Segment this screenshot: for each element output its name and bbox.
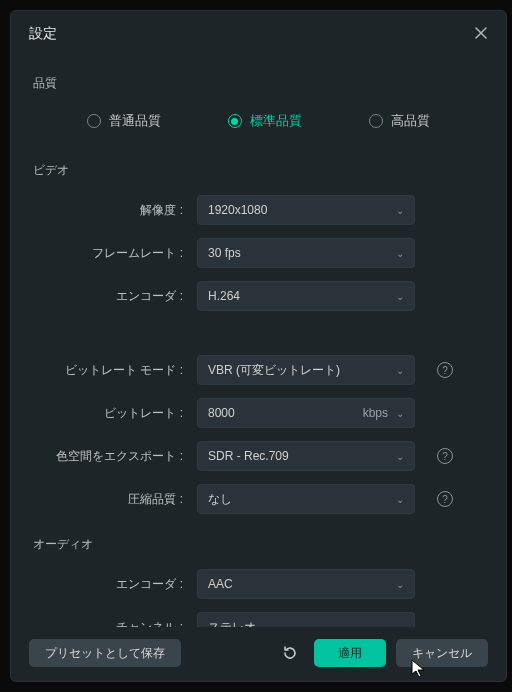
label-audio-encoder: エンコーダ	[33, 576, 183, 593]
chevron-down-icon: ⌄	[396, 205, 404, 216]
radio-label: 標準品質	[250, 112, 302, 130]
select-value: SDR - Rec.709	[208, 449, 289, 463]
cancel-button[interactable]: キャンセル	[396, 639, 488, 667]
bitrate-unit: kbps	[363, 406, 388, 420]
dialog-footer: プリセットとして保存 適用 キャンセル	[11, 627, 506, 681]
help-icon[interactable]: ?	[437, 448, 453, 464]
help-icon[interactable]: ?	[437, 362, 453, 378]
radio-icon	[87, 114, 101, 128]
chevron-down-icon: ⌄	[396, 622, 404, 628]
select-bitrate[interactable]: 8000 kbps ⌄	[197, 398, 415, 428]
chevron-down-icon: ⌄	[396, 248, 404, 259]
row-audio-encoder: エンコーダ AAC ⌄	[33, 569, 484, 599]
radio-label: 高品質	[391, 112, 430, 130]
row-framerate: フレームレート 30 fps ⌄	[33, 238, 484, 268]
select-compression[interactable]: なし ⌄	[197, 484, 415, 514]
label-resolution: 解像度	[33, 202, 183, 219]
label-channel: チャンネル	[33, 619, 183, 628]
chevron-down-icon: ⌄	[396, 451, 404, 462]
select-value: 8000	[208, 406, 235, 420]
select-audio-encoder[interactable]: AAC ⌄	[197, 569, 415, 599]
chevron-down-icon: ⌄	[396, 365, 404, 376]
select-value: H.264	[208, 289, 240, 303]
row-channel: チャンネル ステレオ ⌄	[33, 612, 484, 627]
select-value: ステレオ	[208, 619, 256, 628]
select-value: AAC	[208, 577, 233, 591]
save-preset-button[interactable]: プリセットとして保存	[29, 639, 181, 667]
label-colorspace: 色空間をエクスポート	[33, 448, 183, 465]
select-value: なし	[208, 491, 232, 508]
settings-dialog: 設定 品質 普通品質 標準品質 高品質 ビデオ 解像度 1920x108	[10, 10, 507, 682]
select-framerate[interactable]: 30 fps ⌄	[197, 238, 415, 268]
select-channel[interactable]: ステレオ ⌄	[197, 612, 415, 627]
select-bitrate-mode[interactable]: VBR (可変ビットレート) ⌄	[197, 355, 415, 385]
help-icon[interactable]: ?	[437, 491, 453, 507]
row-colorspace: 色空間をエクスポート SDR - Rec.709 ⌄ ?	[33, 441, 484, 471]
quality-normal[interactable]: 普通品質	[87, 112, 161, 130]
radio-icon	[228, 114, 242, 128]
label-video-encoder: エンコーダ	[33, 288, 183, 305]
close-icon[interactable]	[474, 26, 488, 43]
row-compression: 圧縮品質 なし ⌄ ?	[33, 484, 484, 514]
quality-standard[interactable]: 標準品質	[228, 112, 302, 130]
row-video-encoder: エンコーダ H.264 ⌄	[33, 281, 484, 311]
dialog-content: 品質 普通品質 標準品質 高品質 ビデオ 解像度 1920x1080 ⌄	[11, 53, 506, 627]
quality-high[interactable]: 高品質	[369, 112, 430, 130]
select-colorspace[interactable]: SDR - Rec.709 ⌄	[197, 441, 415, 471]
row-resolution: 解像度 1920x1080 ⌄	[33, 195, 484, 225]
quality-radio-group: 普通品質 標準品質 高品質	[33, 108, 484, 146]
row-bitrate-mode: ビットレート モード VBR (可変ビットレート) ⌄ ?	[33, 355, 484, 385]
apply-button[interactable]: 適用	[314, 639, 386, 667]
radio-icon	[369, 114, 383, 128]
chevron-down-icon: ⌄	[396, 291, 404, 302]
section-quality: 品質	[33, 75, 484, 92]
select-value: 30 fps	[208, 246, 241, 260]
dialog-header: 設定	[11, 11, 506, 53]
row-bitrate: ビットレート 8000 kbps ⌄	[33, 398, 484, 428]
label-bitrate: ビットレート	[33, 405, 183, 422]
dialog-title: 設定	[29, 25, 57, 43]
label-framerate: フレームレート	[33, 245, 183, 262]
label-bitrate-mode: ビットレート モード	[33, 362, 183, 379]
select-video-encoder[interactable]: H.264 ⌄	[197, 281, 415, 311]
select-resolution[interactable]: 1920x1080 ⌄	[197, 195, 415, 225]
label-compression: 圧縮品質	[33, 491, 183, 508]
reset-icon[interactable]	[276, 639, 304, 667]
section-audio: オーディオ	[33, 536, 484, 553]
select-value: 1920x1080	[208, 203, 267, 217]
select-value: VBR (可変ビットレート)	[208, 362, 340, 379]
chevron-down-icon: ⌄	[396, 579, 404, 590]
chevron-down-icon: ⌄	[396, 408, 404, 419]
section-video: ビデオ	[33, 162, 484, 179]
chevron-down-icon: ⌄	[396, 494, 404, 505]
radio-label: 普通品質	[109, 112, 161, 130]
